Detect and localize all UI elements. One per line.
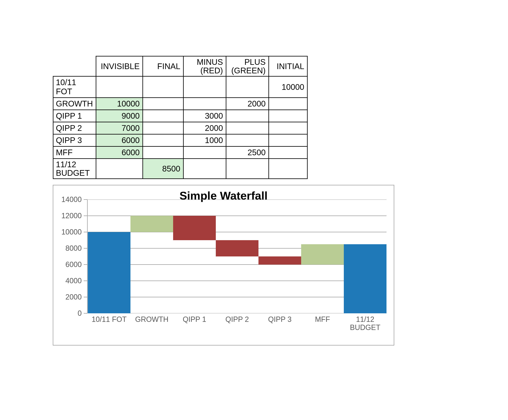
- cell-initial: [269, 98, 307, 110]
- chart-x-labels: 10/11 FOTGROWTHQIPP 1QIPP 2QIPP 3MFF11/1…: [88, 315, 387, 331]
- svg-text:2000: 2000: [65, 293, 82, 301]
- bar-final: [344, 244, 387, 313]
- cell-initial: [269, 147, 307, 159]
- bar-initial: [88, 232, 130, 313]
- table-row: QIPP 270002000: [53, 122, 307, 134]
- cell-final: 8500: [143, 159, 184, 179]
- table-row: MFF60002500: [53, 147, 307, 159]
- bar-minus: [216, 240, 258, 256]
- row-label: MFF: [53, 147, 96, 159]
- cell-initial: [269, 134, 307, 147]
- chart-y-axis: 02000400060008000100001200014000: [53, 200, 88, 313]
- cell-minus: 1000: [184, 134, 226, 147]
- row-label: QIPP 3: [53, 134, 96, 147]
- x-tick-label: GROWTH: [130, 315, 173, 331]
- cell-invisible: 6000: [96, 134, 143, 147]
- bar-plus: [301, 244, 344, 265]
- cell-plus: [226, 134, 269, 147]
- x-tick-label: QIPP 1: [173, 315, 216, 331]
- row-label: 10/11 FOT: [53, 76, 96, 98]
- cell-invisible: 7000: [96, 122, 143, 134]
- cell-initial: [269, 110, 307, 122]
- row-label: GROWTH: [53, 98, 96, 110]
- cell-minus: [184, 98, 226, 110]
- table-row: QIPP 190003000: [53, 110, 307, 122]
- svg-text:12000: 12000: [61, 211, 82, 220]
- row-label: 11/12BUDGET: [53, 159, 96, 179]
- row-label: QIPP 2: [53, 122, 96, 134]
- svg-text:8000: 8000: [65, 244, 82, 252]
- svg-text:14000: 14000: [61, 195, 82, 204]
- cell-minus: 3000: [184, 110, 226, 122]
- cell-plus: [226, 76, 269, 98]
- x-tick-label: QIPP 3: [258, 315, 301, 331]
- cell-plus: [226, 110, 269, 122]
- x-tick-label: MFF: [301, 315, 344, 331]
- cell-plus: 2500: [226, 147, 269, 159]
- x-tick-label: 10/11 FOT: [88, 315, 130, 331]
- cell-final: [143, 122, 184, 134]
- table-row: 10/11 FOT10000: [53, 76, 307, 98]
- cell-final: [143, 76, 184, 98]
- col-minus: MINUS (RED): [184, 56, 226, 76]
- x-tick-label: QIPP 2: [216, 315, 258, 331]
- col-initial: INITIAL: [269, 56, 307, 76]
- bar-minus: [173, 216, 216, 240]
- x-tick-label: 11/12BUDGET: [344, 315, 387, 331]
- cell-initial: 10000: [269, 76, 307, 98]
- cell-minus: [184, 76, 226, 98]
- cell-minus: [184, 147, 226, 159]
- cell-invisible: [96, 159, 143, 179]
- cell-invisible: 10000: [96, 98, 143, 110]
- col-final: FINAL: [143, 56, 184, 76]
- cell-minus: [184, 159, 226, 179]
- cell-initial: [269, 159, 307, 179]
- cell-final: [143, 110, 184, 122]
- table-corner: [53, 56, 96, 76]
- cell-plus: [226, 122, 269, 134]
- cell-final: [143, 147, 184, 159]
- svg-text:0: 0: [78, 309, 82, 317]
- svg-text:4000: 4000: [65, 277, 82, 285]
- table-row: QIPP 360001000: [53, 134, 307, 147]
- svg-text:6000: 6000: [65, 260, 82, 269]
- cell-invisible: 9000: [96, 110, 143, 122]
- cell-invisible: 6000: [96, 147, 143, 159]
- table-row: 11/12BUDGET8500: [53, 159, 307, 179]
- table-row: GROWTH100002000: [53, 98, 307, 110]
- waterfall-chart: Simple Waterfall 02000400060008000100001…: [53, 185, 394, 345]
- cell-final: [143, 134, 184, 147]
- svg-text:10000: 10000: [61, 228, 82, 236]
- col-invisible: INVISIBLE: [96, 56, 143, 76]
- waterfall-data-table: INVISIBLE FINAL MINUS (RED) PLUS (GREEN)…: [53, 56, 308, 179]
- cell-plus: 2000: [226, 98, 269, 110]
- col-plus: PLUS (GREEN): [226, 56, 269, 76]
- chart-plot-area: [88, 200, 387, 313]
- cell-final: [143, 98, 184, 110]
- cell-initial: [269, 122, 307, 134]
- cell-plus: [226, 159, 269, 179]
- bar-minus: [258, 256, 301, 265]
- row-label: QIPP 1: [53, 110, 96, 122]
- cell-minus: 2000: [184, 122, 226, 134]
- bar-plus: [130, 216, 173, 232]
- cell-invisible: [96, 76, 143, 98]
